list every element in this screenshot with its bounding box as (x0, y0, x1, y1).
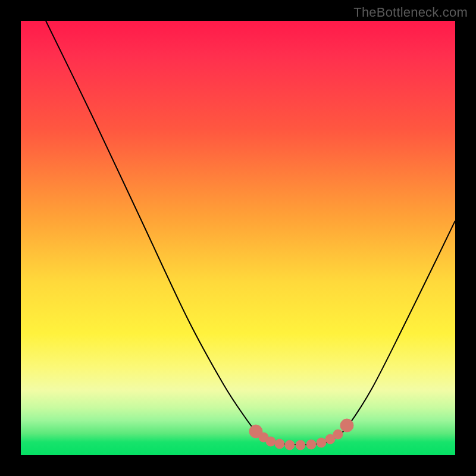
stage: TheBottleneck.com (0, 0, 476, 476)
trough-marker (333, 430, 343, 439)
trough-marker (296, 440, 305, 450)
curve-path (46, 21, 455, 444)
trough-marker (306, 440, 316, 449)
bottleneck-curve (46, 21, 455, 444)
plot-area (21, 21, 455, 455)
watermark-credit: TheBottleneck.com (353, 5, 468, 20)
trough-markers (249, 419, 353, 450)
trough-marker (275, 439, 284, 449)
trough-marker (285, 440, 295, 450)
trough-marker (317, 438, 326, 447)
trough-marker (340, 419, 353, 432)
trough-marker (266, 437, 275, 446)
chart-svg (21, 21, 455, 455)
